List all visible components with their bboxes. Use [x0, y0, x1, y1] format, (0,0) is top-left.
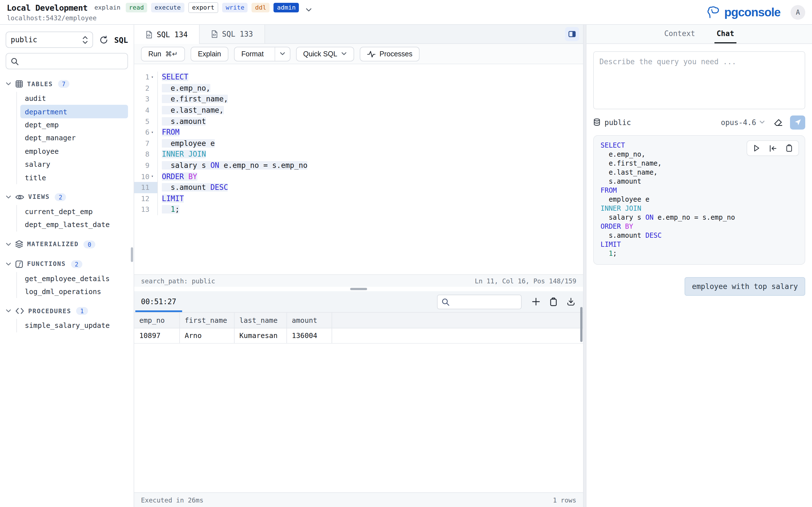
- line-gutter: 13: [134, 204, 158, 215]
- results-search-input[interactable]: [453, 298, 517, 305]
- result-tab-timer[interactable]: 00:51:27: [134, 291, 183, 312]
- section-label: FUNCTIONS: [27, 260, 66, 268]
- model-select[interactable]: opus-4.6: [721, 118, 765, 126]
- sidebar-section-materialized[interactable]: MATERIALIZED0: [6, 237, 128, 251]
- header-badge-admin: admin: [274, 3, 299, 13]
- connection-host: localhost:5432/employee: [7, 14, 312, 22]
- sidebar-item-current_dept_emp[interactable]: current_dept_emp: [20, 205, 128, 218]
- run-button[interactable]: Run ⌘↵: [141, 47, 185, 61]
- sidebar-item-audit[interactable]: audit: [20, 92, 128, 105]
- tab-context[interactable]: Context: [662, 25, 698, 43]
- column-header-amount[interactable]: amount: [287, 313, 332, 328]
- add-row-icon[interactable]: [532, 297, 540, 306]
- explain-button[interactable]: Explain: [191, 47, 229, 61]
- suggested-sql-code: SELECT e.emp_no, e.first_name, e.last_na…: [601, 142, 798, 259]
- editor-line-8[interactable]: 8INNER JOIN: [134, 149, 583, 160]
- sidebar-scrollbar[interactable]: [131, 247, 133, 262]
- column-header-first_name[interactable]: first_name: [179, 313, 234, 328]
- copy-results-icon[interactable]: [549, 297, 558, 306]
- context-schema[interactable]: public: [593, 118, 631, 126]
- clear-chat-icon[interactable]: [773, 117, 783, 127]
- sidebar-item-department[interactable]: department: [20, 105, 128, 118]
- quick-sql-chevron-icon: [341, 52, 347, 56]
- sql-mode-button[interactable]: SQL: [114, 35, 128, 44]
- insert-sql-icon[interactable]: [769, 145, 777, 152]
- sidebar-search-input[interactable]: [22, 57, 123, 65]
- tab-label: SQL 134: [157, 30, 188, 39]
- results-toolbar: 00:51:27: [134, 291, 583, 313]
- schema-select[interactable]: public: [6, 32, 93, 48]
- paper-plane-icon: [794, 118, 802, 126]
- sidebar-item-dept_emp_latest_date[interactable]: dept_emp_latest_date: [20, 218, 128, 231]
- layers-icon: [15, 240, 23, 248]
- download-results-icon[interactable]: [567, 297, 575, 306]
- editor-line-1[interactable]: 1▾SELECT: [134, 71, 583, 82]
- search-icon: [11, 57, 18, 65]
- select-updown-icon: [82, 36, 88, 44]
- editor-line-10[interactable]: 10▾ORDER BY: [134, 171, 583, 182]
- search-icon: [442, 298, 449, 305]
- column-header-last_name[interactable]: last_name: [234, 313, 287, 328]
- editor-line-11[interactable]: 11 s.amount DESC: [134, 182, 583, 193]
- processes-button[interactable]: Processes: [360, 47, 420, 61]
- results-search[interactable]: [437, 294, 522, 309]
- sidebar-search[interactable]: [6, 53, 128, 69]
- results-table: emp_nofirst_namelast_nameamount 10897Arn…: [134, 313, 583, 343]
- editor-line-6[interactable]: 6▾FROM: [134, 127, 583, 138]
- editor-tab-sql-134[interactable]: SQL 134: [134, 25, 200, 44]
- editor-line-12[interactable]: 12LIMIT: [134, 193, 583, 204]
- sidebar-item-log_dml_operations[interactable]: log_dml_operations: [20, 285, 128, 298]
- editor-line-2[interactable]: 2 e.emp_no,: [134, 82, 583, 94]
- chevron-down-icon[interactable]: [306, 8, 312, 12]
- sidebar-item-salary[interactable]: salary: [20, 158, 128, 171]
- sidebar-section-procedures[interactable]: PROCEDURES1: [6, 304, 128, 318]
- editor-line-9[interactable]: 9 salary s ON e.emp_no = s.emp_no: [134, 160, 583, 171]
- sidebar-item-employee[interactable]: employee: [20, 145, 128, 158]
- format-chevron-icon[interactable]: [274, 47, 290, 61]
- run-sql-icon[interactable]: [753, 144, 760, 152]
- chat-meta-row: public opus-4.6: [593, 115, 805, 129]
- results-header-row: emp_nofirst_namelast_nameamount: [134, 313, 583, 328]
- table-cell: 10897: [134, 328, 179, 343]
- function-icon: ƒ: [15, 260, 23, 268]
- results-resize-handle[interactable]: [134, 287, 583, 291]
- user-avatar[interactable]: A: [791, 5, 805, 19]
- copy-sql-icon[interactable]: [785, 144, 793, 152]
- editor-line-13[interactable]: 13 1;: [134, 204, 583, 215]
- editor-tab-sql-133[interactable]: SQL 133: [200, 25, 265, 43]
- sql-file-icon: [211, 30, 218, 38]
- panel-divider[interactable]: [583, 25, 586, 507]
- chat-prompt-input[interactable]: [593, 51, 805, 109]
- sidebar-item-dept_emp[interactable]: dept_emp: [20, 118, 128, 131]
- table-row[interactable]: 10897ArnoKumaresan136004: [134, 328, 583, 343]
- chevron-down-icon: [6, 242, 11, 246]
- editor-line-5[interactable]: 5 s.amount: [134, 116, 583, 127]
- send-button[interactable]: [790, 115, 805, 129]
- sidebar-item-dept_manager[interactable]: dept_manager: [20, 131, 128, 145]
- format-button[interactable]: Format: [234, 47, 290, 61]
- sidebar-section-functions[interactable]: ƒFUNCTIONS2: [6, 257, 128, 271]
- editor-line-3[interactable]: 3 e.first_name,: [134, 94, 583, 105]
- sidebar-item-title[interactable]: title: [20, 171, 128, 184]
- column-header-emp_no[interactable]: emp_no: [134, 313, 179, 328]
- section-label: MATERIALIZED: [27, 240, 79, 248]
- quick-sql-button[interactable]: Quick SQL: [296, 47, 354, 61]
- format-label: Format: [235, 47, 270, 61]
- chevron-down-icon: [6, 262, 11, 266]
- refresh-icon[interactable]: [99, 35, 108, 44]
- editor-line-4[interactable]: 4 e.last_name,: [134, 105, 583, 116]
- sidebar-section-views[interactable]: VIEWS2: [6, 190, 128, 204]
- sidebar-item-simple_salary_update[interactable]: simple_salary_update: [20, 319, 128, 332]
- permission-badges: explainreadexecuteexportwriteddladmin: [93, 2, 299, 13]
- tab-chat[interactable]: Chat: [714, 25, 737, 43]
- toggle-side-panel-button[interactable]: [565, 27, 579, 41]
- line-gutter: 3: [134, 94, 158, 105]
- sql-code-editor[interactable]: 1▾SELECT2 e.emp_no,3 e.first_name,4 e.la…: [134, 64, 583, 274]
- editor-toolbar: Run ⌘↵ Explain Format Quick SQL: [134, 44, 583, 64]
- results-scrollbar[interactable]: [580, 307, 582, 342]
- sidebar-item-get_employee_details[interactable]: get_employee_details: [20, 272, 128, 285]
- elephant-logo-icon: [707, 6, 720, 18]
- section-label: TABLES: [27, 80, 53, 88]
- editor-line-7[interactable]: 7 employee e: [134, 138, 583, 149]
- sidebar-section-tables[interactable]: TABLES7: [6, 77, 128, 91]
